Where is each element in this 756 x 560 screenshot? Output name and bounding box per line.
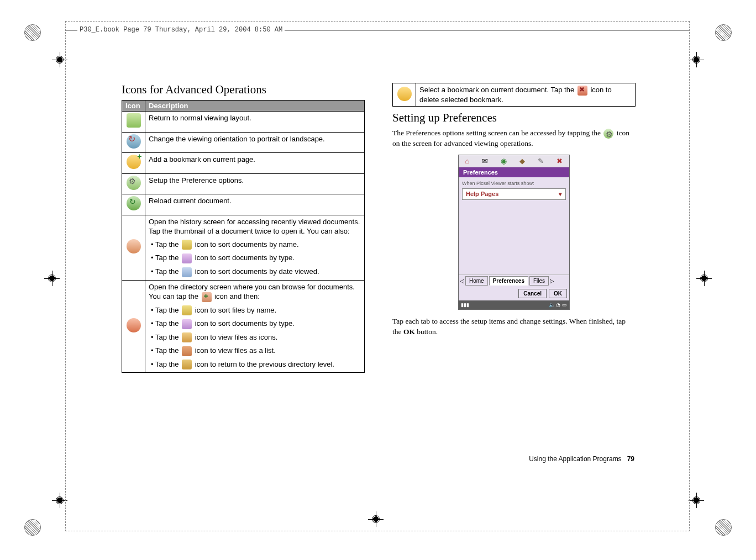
start-page-dropdown[interactable]: Help Pages ▾ <box>462 188 566 200</box>
close-icon: ✖ <box>556 157 563 165</box>
crop-mark-icon <box>696 271 712 286</box>
corner-hatch-icon <box>715 24 732 41</box>
table-row: Add a bookmark on current page. <box>122 153 365 174</box>
book-icon: ◆ <box>519 157 525 165</box>
sort-by-name-icon <box>182 305 192 315</box>
tab-preferences[interactable]: Preferences <box>489 276 528 286</box>
note-icon: ✎ <box>538 157 544 165</box>
normal-view-icon <box>127 113 141 128</box>
arrow-right-icon[interactable]: ▷ <box>550 278 554 284</box>
table-row: Reload current document. <box>122 194 365 215</box>
desc-browse: Open the directory screen where you can … <box>145 280 365 373</box>
table-row: Return to normal viewing layout. <box>122 112 365 133</box>
sort-by-date-icon <box>182 267 192 277</box>
expand-icon <box>202 292 212 302</box>
chevron-down-icon: ▾ <box>559 191 562 198</box>
desc-add-bookmark: Add a bookmark on current page. <box>145 153 365 174</box>
select-bookmark-icon <box>397 87 412 101</box>
table-row: Open the directory screen where you can … <box>122 280 365 373</box>
sort-by-name-icon <box>182 240 192 250</box>
view-as-icons-icon <box>182 332 192 342</box>
delete-bookmark-icon <box>578 86 587 96</box>
history-icon <box>127 239 141 253</box>
desc-preferences: Setup the Preference options. <box>145 173 365 194</box>
arrow-left-icon[interactable]: ◁ <box>460 278 464 284</box>
mail-icon: ✉ <box>482 157 488 165</box>
prefs-intro-text: The Preferences options setting screen c… <box>392 128 636 149</box>
tab-home[interactable]: Home <box>465 276 488 286</box>
th-description: Description <box>145 101 365 112</box>
globe-icon: ◉ <box>501 157 507 165</box>
crop-mark-icon <box>689 493 704 508</box>
tab-files[interactable]: Files <box>529 276 549 286</box>
ok-button[interactable]: OK <box>549 289 567 298</box>
orientation-icon <box>127 134 141 149</box>
corner-hatch-icon <box>24 519 41 536</box>
reload-icon <box>127 196 141 210</box>
add-bookmark-icon <box>127 155 141 169</box>
desc-reload: Reload current document. <box>145 194 365 215</box>
corner-hatch-icon <box>715 519 732 536</box>
app-icon: ⌂ <box>465 157 470 165</box>
crop-mark-icon <box>44 271 60 286</box>
book-header-info: P30_E.book Page 79 Thursday, April 29, 2… <box>77 26 285 34</box>
preferences-icon <box>127 176 141 190</box>
cancel-button[interactable]: Cancel <box>518 289 547 298</box>
sound-icon: 🔈 <box>549 302 555 308</box>
sort-by-type-icon <box>182 319 192 329</box>
preferences-screenshot: ⌂ ✉ ◉ ◆ ✎ ✖ Preferences When Picsel View… <box>458 155 570 310</box>
view-as-list-icon <box>182 346 192 356</box>
tab-row: ◁ Home Preferences Files ▷ <box>459 274 569 287</box>
left-column: Icons for Advanced Operations Icon Descr… <box>122 83 365 373</box>
up-directory-icon <box>182 360 192 369</box>
prefs-outro-text: Tap each tab to access the setup items a… <box>392 316 636 337</box>
table-row: Setup the Preference options. <box>122 173 365 194</box>
desc-select-bookmark: Select a bookmark on current document. T… <box>416 83 636 107</box>
table-row: Open the history screen for accessing re… <box>122 215 365 280</box>
dropdown-label: When Picsel Viewer starts show: <box>462 181 566 186</box>
th-icon: Icon <box>122 101 145 112</box>
device-statusbar: ⌂ ✉ ◉ ◆ ✎ ✖ <box>459 155 569 167</box>
right-column: Select a bookmark on current document. T… <box>392 83 636 373</box>
table-row: Select a bookmark on current document. T… <box>393 83 636 107</box>
browse-icon <box>127 318 141 332</box>
device-bottom-bar: ▮▮▮ 🔈 ◔ ▭ <box>459 300 569 309</box>
table-row: Change the viewing orientation to portra… <box>122 132 365 153</box>
section-heading-icons: Icons for Advanced Operations <box>122 83 365 97</box>
section-heading-prefs: Setting up Preferences <box>392 111 636 125</box>
dialog-titlebar: Preferences <box>459 167 569 177</box>
battery-icon: ▭ <box>562 302 567 308</box>
corner-hatch-icon <box>24 24 41 41</box>
icons-table: Icon Description Return to normal viewin… <box>122 100 365 373</box>
page-footer: Using the Application Programs 79 <box>529 455 634 463</box>
bookmark-table: Select a bookmark on current document. T… <box>392 83 636 107</box>
sort-by-type-icon <box>182 253 192 263</box>
signal-icon: ▮▮▮ <box>461 302 469 308</box>
desc-orientation: Change the viewing orientation to portra… <box>145 132 365 153</box>
desc-history: Open the history screen for accessing re… <box>145 215 365 280</box>
clock-icon: ◔ <box>556 302 560 308</box>
preferences-icon <box>603 129 613 139</box>
desc-normal-view: Return to normal viewing layout. <box>145 112 365 133</box>
crop-mark-icon <box>689 52 704 67</box>
